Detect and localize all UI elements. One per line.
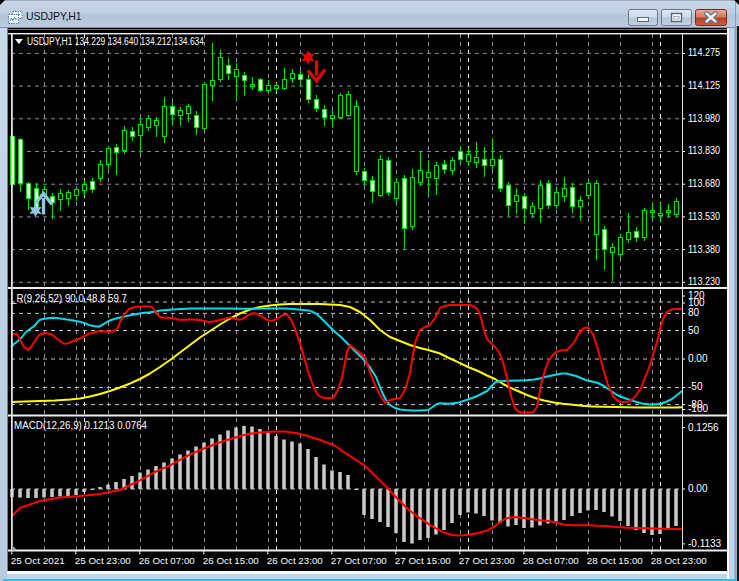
- svg-text:113.230: 113.230: [688, 276, 720, 287]
- svg-text:113.680: 113.680: [688, 178, 720, 189]
- svg-text:28 Oct 07:00: 28 Oct 07:00: [523, 555, 579, 566]
- svg-text:113.380: 113.380: [688, 244, 720, 255]
- svg-text:114.275: 114.275: [688, 47, 720, 58]
- svg-text:114.125: 114.125: [688, 80, 720, 91]
- svg-text:26 Oct 15:00: 26 Oct 15:00: [203, 555, 259, 566]
- svg-text:50: 50: [688, 325, 700, 336]
- svg-text:-100: -100: [688, 403, 708, 414]
- svg-text:28 Oct 23:00: 28 Oct 23:00: [651, 555, 707, 566]
- svg-text:0.1256: 0.1256: [688, 422, 719, 433]
- svg-text:113.980: 113.980: [688, 113, 720, 124]
- svg-text:25 Oct 2021: 25 Oct 2021: [11, 555, 65, 566]
- svg-text:113.530: 113.530: [688, 211, 720, 222]
- svg-text:80: 80: [688, 307, 700, 318]
- svg-text:26 Oct 23:00: 26 Oct 23:00: [267, 555, 323, 566]
- svg-text:_R(9,26,52) 90.0 48.8 59.7: _R(9,26,52) 90.0 48.8 59.7: [10, 293, 127, 304]
- svg-text:27 Oct 07:00: 27 Oct 07:00: [331, 555, 387, 566]
- svg-text:27 Oct 23:00: 27 Oct 23:00: [459, 555, 515, 566]
- svg-text:27 Oct 15:00: 27 Oct 15:00: [395, 555, 451, 566]
- svg-text:28 Oct 15:00: 28 Oct 15:00: [587, 555, 643, 566]
- svg-text:MACD(12,26,9) 0.1213 0.0764: MACD(12,26,9) 0.1213 0.0764: [14, 420, 147, 431]
- svg-text:25 Oct 23:00: 25 Oct 23:00: [75, 555, 131, 566]
- svg-text:0.00: 0.00: [688, 353, 708, 364]
- svg-text:-0.1133: -0.1133: [688, 538, 722, 549]
- svg-text:113.830: 113.830: [688, 145, 720, 156]
- svg-text:0.00: 0.00: [688, 483, 708, 494]
- svg-text:26 Oct 07:00: 26 Oct 07:00: [139, 555, 195, 566]
- svg-text:-50: -50: [688, 381, 703, 392]
- svg-text:USDJPY,H1 134.229 134.640 134.: USDJPY,H1 134.229 134.640 134.212 134.63…: [27, 36, 204, 47]
